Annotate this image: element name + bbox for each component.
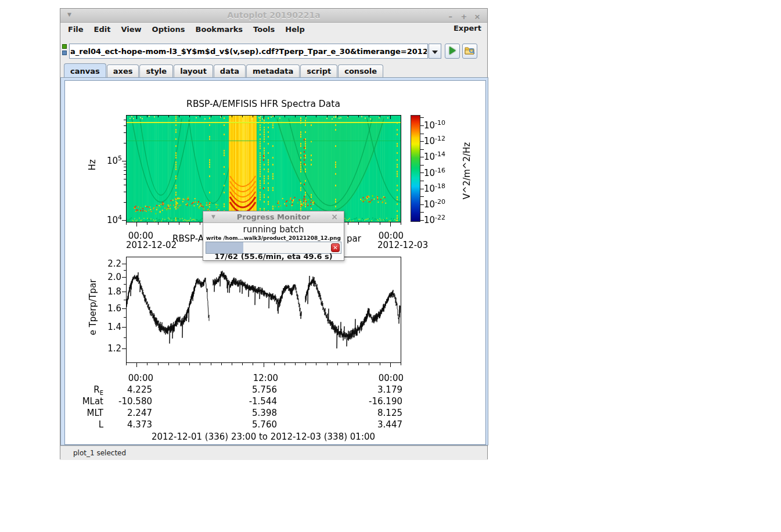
menu-help[interactable]: Help [280,25,309,34]
minimize-button[interactable]: – [445,12,456,21]
colorbar-tick-label: 10-14 [424,150,445,162]
datasource-blue-icon [62,51,67,55]
colorbar-tick-label: 10-18 [424,182,445,194]
progress-task-label: running batch [203,224,344,235]
datasource-green-icon [62,44,67,49]
tab-console[interactable]: console [338,64,383,77]
expert-label[interactable]: Expert [454,24,481,33]
tca-value: -10.580 [100,396,152,407]
tca-value: 5.398 [225,408,277,418]
tca-row-label: MLat [69,396,103,407]
play-icon [449,46,456,55]
status-bar: plot_1 selected [60,445,487,460]
tab-data[interactable]: data [214,64,246,77]
tca-value: 3.447 [350,419,402,430]
menu-options[interactable]: Options [147,25,190,34]
menu-file[interactable]: File [63,25,89,34]
time-range-footer: 2012-12-01 (336) 23:00 to 2012-12-03 (33… [123,432,404,442]
tca-value: 4.225 [100,384,152,395]
status-text: plot_1 selected [73,449,126,457]
dialog-close-icon[interactable]: × [331,212,338,221]
tca-value: 4.373 [100,419,152,430]
menu-tools[interactable]: Tools [248,25,280,34]
tca-value: -16.190 [350,396,402,407]
lineplot-ytick-label: 1.6 [98,303,121,314]
plot-canvas[interactable]: RBSP-A/EMFISIS HFR Spectra Data Hz V^2/m… [64,80,486,445]
uri-dropdown-button[interactable] [429,44,441,59]
spectrogram-date-label: 2012-12-02 [126,240,177,250]
menu-edit[interactable]: Edit [89,25,116,34]
spectrogram-y-axis-label: Hz [87,153,98,177]
tab-layout[interactable]: layout [174,64,213,77]
datasource-indicator-icon [62,44,68,57]
progress-detail-label: write /hom...walk3/product_20121208_12.p… [203,235,344,241]
tca-row-label: MLT [69,408,103,418]
cancel-button[interactable]: ✕ [331,243,340,252]
tab-script[interactable]: script [300,64,337,77]
lineplot-ytick-label: 1.2 [98,343,121,354]
window-titlebar[interactable]: ▼ Autoplot 20190221a – + × [60,9,487,23]
progress-monitor-dialog[interactable]: ▼ Progress Monitor × running batch write… [203,211,344,261]
colorbar-tick-label: 10-12 [424,135,445,146]
colorbar-tick-label: 10-16 [424,167,445,178]
colorbar-tick-label: 10-10 [424,119,445,131]
autoplot-window: ▼ Autoplot 20190221a – + × FileEditViewO… [60,8,488,459]
lineplot-ytick-label: 2.2 [98,258,121,269]
colorbar-axis-label: V^2/m^2/Hz [462,130,472,211]
tca-value: 5.760 [225,419,277,430]
spectrogram-ytick-label: 104 [99,214,122,225]
colorbar [411,115,420,222]
inspect-button[interactable] [462,44,477,59]
dialog-titlebar[interactable]: ▼ Progress Monitor × [203,211,344,223]
tca-row-label: RE [69,384,103,396]
close-button[interactable]: × [472,12,483,21]
uri-input[interactable] [69,44,428,59]
tab-bar: canvasaxesstylelayoutdatametadatascriptc… [64,63,384,77]
desktop: { "window": { "title": "Autoplot 2019022… [0,0,781,532]
tca-value: 8.125 [350,408,402,418]
lineplot-ytick-label: 2.0 [98,272,121,282]
progress-status-label: 17/62 (55.6/min, eta 49.6 s) [203,252,344,261]
menu-view[interactable]: View [116,25,146,34]
colorbar-tick-label: 10-22 [424,214,445,225]
maximize-button[interactable]: + [459,12,469,21]
tca-value: 2.247 [100,408,152,418]
tca-value: -1.544 [225,396,277,407]
tab-metadata[interactable]: metadata [246,64,300,77]
lineplot-xtick-label: 00:00 [351,373,404,383]
spectra-plot-title: RBSP-A/EMFISIS HFR Spectra Data [126,99,401,109]
dialog-title: Progress Monitor [203,213,344,221]
address-row [60,35,487,63]
colorbar-tick-label: 10-20 [424,198,445,210]
lineplot-y-axis-label: e Tperp/Tpar [88,269,98,345]
menu-bookmarks[interactable]: Bookmarks [190,25,249,34]
lineplot-xtick-label: 12:00 [226,373,278,383]
tca-value: 5.756 [225,384,277,395]
hidden-plot2-title-fragment-left: RBSP-A [172,233,204,244]
folder-magnifier-icon [465,46,476,55]
tab-canvas[interactable]: canvas [64,63,106,77]
window-title: Autoplot 20190221a [60,10,487,20]
menu-bar: FileEditViewOptionsBookmarksToolsHelp Ex… [60,23,487,35]
spectrogram-date-label: 2012-12-03 [377,240,428,250]
chevron-down-icon [432,51,438,54]
lineplot-ytick-label: 1.8 [98,286,121,297]
go-button[interactable] [445,44,460,59]
tca-value: 3.179 [350,384,402,395]
tca-row-label: L [69,419,103,430]
lineplot-xtick-label: 00:00 [101,373,153,383]
tab-style[interactable]: style [139,64,173,77]
spectrogram-ytick-label: 105 [99,154,122,166]
lineplot-ytick-label: 1.4 [98,322,121,332]
tab-axes[interactable]: axes [107,64,139,77]
